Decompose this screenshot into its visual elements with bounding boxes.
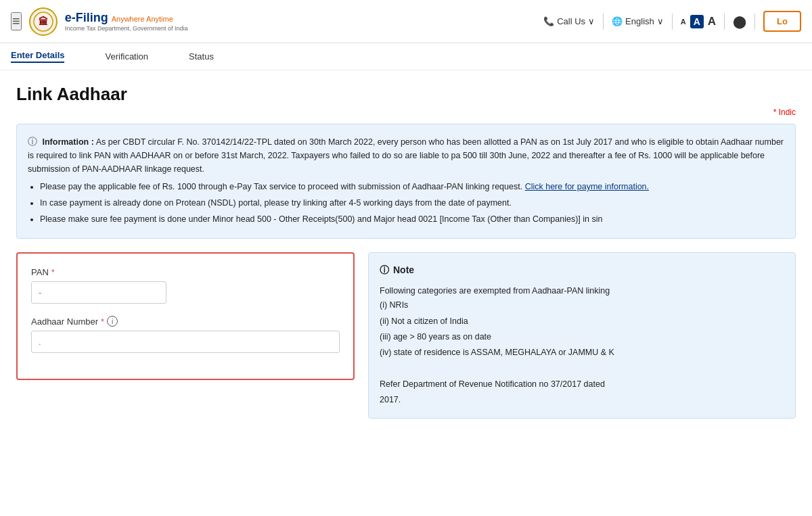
step-enter-details[interactable]: Enter Details (11, 50, 64, 63)
info-bold: Information : (42, 137, 93, 147)
font-large-button[interactable]: A (708, 15, 716, 28)
note-column: ⓘ Note Following categories are exempted… (368, 252, 796, 419)
note-item-7: 2017. (380, 393, 784, 407)
divider-1 (603, 14, 604, 30)
contrast-button[interactable]: ⬤ (733, 14, 746, 29)
logo-efiling: e-Filing Anywhere Anytime (65, 11, 188, 24)
info-bullet-2: In case payment is already done on Prote… (40, 196, 784, 210)
required-note: * Indic (16, 108, 796, 117)
svg-text:🏛: 🏛 (39, 16, 48, 27)
info-bullet-1: Please pay the applicable fee of Rs. 100… (40, 180, 784, 193)
two-column-layout: PAN * Aadhaar Number * i (16, 252, 796, 419)
header-left: ≡ 🏛 e-Filing Anywhere Anytime Income Tax… (11, 7, 188, 37)
info-box: ⓘ Information : As per CBDT circular F. … (16, 124, 796, 239)
header-right: 📞 Call Us ∨ 🌐 English ∨ A A A ⬤ Lo (543, 11, 801, 32)
pan-label: PAN * (31, 267, 340, 277)
pan-input[interactable] (31, 281, 166, 304)
note-item-2: (ii) Not a citizen of India (380, 314, 784, 329)
info-link[interactable]: Click here for payme information. (525, 182, 649, 191)
divider-2 (672, 14, 673, 30)
note-item-1: (i) NRIs (380, 298, 784, 312)
info-text-main: ⓘ Information : As per CBDT circular F. … (28, 134, 784, 176)
contrast-icon: ⬤ (733, 14, 746, 29)
main-content: Link Aadhaar * Indic ⓘ Information : As … (0, 70, 812, 432)
note-title: ⓘ Note (380, 262, 784, 279)
language-button[interactable]: 🌐 English ∨ (612, 16, 664, 26)
note-list: (i) NRIs (ii) Not a citizen of India (ii… (380, 298, 784, 407)
note-item-5 (380, 361, 784, 375)
hamburger-menu[interactable]: ≡ (11, 12, 22, 30)
info-list: Please pay the applicable fee of Rs. 100… (28, 180, 784, 226)
pan-required-star: * (51, 267, 55, 277)
step-verification[interactable]: Verification (105, 51, 148, 62)
globe-icon: 🌐 (612, 16, 623, 26)
logo-text: e-Filing Anywhere Anytime Income Tax Dep… (65, 11, 188, 32)
font-small-button[interactable]: A (681, 18, 686, 26)
info-icon: ⓘ (28, 136, 37, 147)
language-label: English (625, 16, 654, 26)
steps-nav: Enter Details Verification Status (0, 43, 812, 70)
divider-4 (754, 14, 755, 30)
call-us-label: Call Us (557, 16, 585, 26)
note-item-6: Refer Department of Revenue Notification… (380, 377, 784, 392)
call-us-chevron: ∨ (588, 16, 595, 26)
aadhaar-input[interactable] (31, 331, 340, 353)
form-column: PAN * Aadhaar Number * i (16, 252, 355, 419)
font-medium-button[interactable]: A (690, 15, 704, 28)
language-chevron: ∨ (657, 16, 664, 26)
login-button[interactable]: Lo (763, 11, 801, 32)
note-intro: Following categories are exempted from A… (380, 284, 784, 298)
note-item-4: (iv) state of residence is ASSAM, MEGHAL… (380, 346, 784, 360)
logo-anywhere: Anywhere Anytime (112, 15, 173, 23)
logo-emblem: 🏛 (28, 7, 58, 37)
page-title: Link Aadhaar (16, 84, 796, 105)
note-icon: ⓘ (380, 262, 389, 279)
font-size-controls: A A A (681, 15, 716, 28)
pan-field-group: PAN * (31, 267, 340, 304)
call-us-button[interactable]: 📞 Call Us ∨ (543, 16, 595, 26)
phone-icon: 📞 (543, 16, 554, 26)
aadhaar-label: Aadhaar Number * i (31, 316, 340, 327)
note-item-3: (iii) age > 80 years as on date (380, 330, 784, 344)
note-box: ⓘ Note Following categories are exempted… (368, 252, 796, 419)
header: ≡ 🏛 e-Filing Anywhere Anytime Income Tax… (0, 0, 812, 43)
note-title-text: Note (393, 262, 414, 279)
logo-subtitle: Income Tax Department, Government of Ind… (65, 25, 188, 32)
aadhaar-info-icon[interactable]: i (107, 316, 118, 327)
form-section: PAN * Aadhaar Number * i (16, 252, 355, 380)
divider-3 (724, 14, 725, 30)
aadhaar-field-group: Aadhaar Number * i (31, 316, 340, 353)
info-text-1: As per CBDT circular F. No. 370142/14/22… (28, 137, 784, 174)
info-bullet-3: Please make sure fee payment is done und… (40, 212, 784, 226)
aadhaar-required-star: * (101, 316, 104, 327)
step-status[interactable]: Status (189, 51, 214, 62)
